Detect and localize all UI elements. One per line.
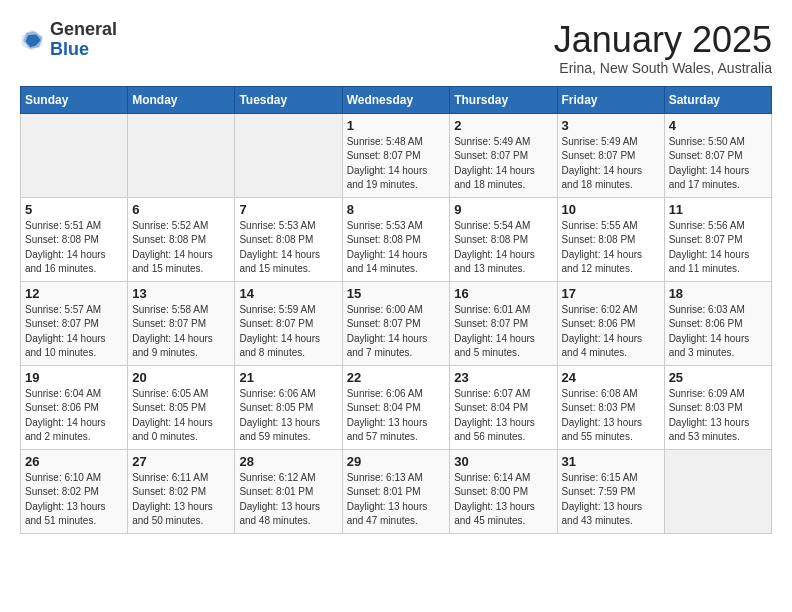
day-info: Sunrise: 5:53 AM Sunset: 8:08 PM Dayligh…	[347, 219, 446, 277]
calendar-body: 1Sunrise: 5:48 AM Sunset: 8:07 PM Daylig…	[21, 113, 772, 533]
day-info: Sunrise: 5:48 AM Sunset: 8:07 PM Dayligh…	[347, 135, 446, 193]
month-title: January 2025	[554, 20, 772, 60]
calendar-cell: 8Sunrise: 5:53 AM Sunset: 8:08 PM Daylig…	[342, 197, 450, 281]
day-number: 25	[669, 370, 767, 385]
header-saturday: Saturday	[664, 86, 771, 113]
calendar-cell: 6Sunrise: 5:52 AM Sunset: 8:08 PM Daylig…	[128, 197, 235, 281]
day-info: Sunrise: 6:12 AM Sunset: 8:01 PM Dayligh…	[239, 471, 337, 529]
day-number: 1	[347, 118, 446, 133]
day-number: 30	[454, 454, 552, 469]
day-number: 13	[132, 286, 230, 301]
day-number: 6	[132, 202, 230, 217]
calendar-week-row: 1Sunrise: 5:48 AM Sunset: 8:07 PM Daylig…	[21, 113, 772, 197]
day-number: 7	[239, 202, 337, 217]
day-number: 2	[454, 118, 552, 133]
day-info: Sunrise: 6:00 AM Sunset: 8:07 PM Dayligh…	[347, 303, 446, 361]
calendar-header: SundayMondayTuesdayWednesdayThursdayFrid…	[21, 86, 772, 113]
calendar-cell: 15Sunrise: 6:00 AM Sunset: 8:07 PM Dayli…	[342, 281, 450, 365]
calendar-cell: 4Sunrise: 5:50 AM Sunset: 8:07 PM Daylig…	[664, 113, 771, 197]
calendar-cell: 25Sunrise: 6:09 AM Sunset: 8:03 PM Dayli…	[664, 365, 771, 449]
day-info: Sunrise: 6:14 AM Sunset: 8:00 PM Dayligh…	[454, 471, 552, 529]
day-number: 16	[454, 286, 552, 301]
day-info: Sunrise: 6:06 AM Sunset: 8:04 PM Dayligh…	[347, 387, 446, 445]
day-info: Sunrise: 6:02 AM Sunset: 8:06 PM Dayligh…	[562, 303, 660, 361]
day-number: 22	[347, 370, 446, 385]
header-sunday: Sunday	[21, 86, 128, 113]
header-row: SundayMondayTuesdayWednesdayThursdayFrid…	[21, 86, 772, 113]
day-info: Sunrise: 5:51 AM Sunset: 8:08 PM Dayligh…	[25, 219, 123, 277]
calendar-week-row: 19Sunrise: 6:04 AM Sunset: 8:06 PM Dayli…	[21, 365, 772, 449]
day-info: Sunrise: 6:08 AM Sunset: 8:03 PM Dayligh…	[562, 387, 660, 445]
calendar-cell: 7Sunrise: 5:53 AM Sunset: 8:08 PM Daylig…	[235, 197, 342, 281]
day-info: Sunrise: 5:52 AM Sunset: 8:08 PM Dayligh…	[132, 219, 230, 277]
day-info: Sunrise: 5:55 AM Sunset: 8:08 PM Dayligh…	[562, 219, 660, 277]
day-number: 18	[669, 286, 767, 301]
calendar-cell: 1Sunrise: 5:48 AM Sunset: 8:07 PM Daylig…	[342, 113, 450, 197]
day-info: Sunrise: 6:01 AM Sunset: 8:07 PM Dayligh…	[454, 303, 552, 361]
title-area: January 2025 Erina, New South Wales, Aus…	[554, 20, 772, 76]
calendar-cell: 12Sunrise: 5:57 AM Sunset: 8:07 PM Dayli…	[21, 281, 128, 365]
day-number: 17	[562, 286, 660, 301]
calendar-cell: 23Sunrise: 6:07 AM Sunset: 8:04 PM Dayli…	[450, 365, 557, 449]
day-info: Sunrise: 6:13 AM Sunset: 8:01 PM Dayligh…	[347, 471, 446, 529]
day-number: 31	[562, 454, 660, 469]
calendar-cell: 21Sunrise: 6:06 AM Sunset: 8:05 PM Dayli…	[235, 365, 342, 449]
calendar-cell: 20Sunrise: 6:05 AM Sunset: 8:05 PM Dayli…	[128, 365, 235, 449]
calendar-cell: 29Sunrise: 6:13 AM Sunset: 8:01 PM Dayli…	[342, 449, 450, 533]
header-thursday: Thursday	[450, 86, 557, 113]
day-info: Sunrise: 6:04 AM Sunset: 8:06 PM Dayligh…	[25, 387, 123, 445]
header: General Blue January 2025 Erina, New Sou…	[20, 20, 772, 76]
day-info: Sunrise: 6:11 AM Sunset: 8:02 PM Dayligh…	[132, 471, 230, 529]
day-number: 21	[239, 370, 337, 385]
day-info: Sunrise: 6:09 AM Sunset: 8:03 PM Dayligh…	[669, 387, 767, 445]
calendar-cell: 9Sunrise: 5:54 AM Sunset: 8:08 PM Daylig…	[450, 197, 557, 281]
day-number: 9	[454, 202, 552, 217]
day-number: 14	[239, 286, 337, 301]
day-number: 26	[25, 454, 123, 469]
subtitle: Erina, New South Wales, Australia	[554, 60, 772, 76]
day-number: 4	[669, 118, 767, 133]
logo-icon	[20, 28, 44, 52]
day-number: 12	[25, 286, 123, 301]
day-number: 27	[132, 454, 230, 469]
day-number: 29	[347, 454, 446, 469]
day-number: 3	[562, 118, 660, 133]
calendar-cell: 2Sunrise: 5:49 AM Sunset: 8:07 PM Daylig…	[450, 113, 557, 197]
day-number: 11	[669, 202, 767, 217]
calendar-cell	[235, 113, 342, 197]
calendar-cell	[664, 449, 771, 533]
calendar-cell: 22Sunrise: 6:06 AM Sunset: 8:04 PM Dayli…	[342, 365, 450, 449]
day-number: 5	[25, 202, 123, 217]
header-monday: Monday	[128, 86, 235, 113]
day-info: Sunrise: 5:53 AM Sunset: 8:08 PM Dayligh…	[239, 219, 337, 277]
calendar-cell: 24Sunrise: 6:08 AM Sunset: 8:03 PM Dayli…	[557, 365, 664, 449]
day-info: Sunrise: 5:59 AM Sunset: 8:07 PM Dayligh…	[239, 303, 337, 361]
day-info: Sunrise: 6:07 AM Sunset: 8:04 PM Dayligh…	[454, 387, 552, 445]
calendar-cell: 5Sunrise: 5:51 AM Sunset: 8:08 PM Daylig…	[21, 197, 128, 281]
day-number: 15	[347, 286, 446, 301]
calendar-table: SundayMondayTuesdayWednesdayThursdayFrid…	[20, 86, 772, 534]
day-info: Sunrise: 5:57 AM Sunset: 8:07 PM Dayligh…	[25, 303, 123, 361]
logo-general-text: General	[50, 19, 117, 39]
day-info: Sunrise: 6:15 AM Sunset: 7:59 PM Dayligh…	[562, 471, 660, 529]
calendar-cell: 28Sunrise: 6:12 AM Sunset: 8:01 PM Dayli…	[235, 449, 342, 533]
calendar-cell: 17Sunrise: 6:02 AM Sunset: 8:06 PM Dayli…	[557, 281, 664, 365]
calendar-cell: 11Sunrise: 5:56 AM Sunset: 8:07 PM Dayli…	[664, 197, 771, 281]
calendar-cell	[128, 113, 235, 197]
calendar-week-row: 26Sunrise: 6:10 AM Sunset: 8:02 PM Dayli…	[21, 449, 772, 533]
day-info: Sunrise: 6:06 AM Sunset: 8:05 PM Dayligh…	[239, 387, 337, 445]
calendar-cell: 16Sunrise: 6:01 AM Sunset: 8:07 PM Dayli…	[450, 281, 557, 365]
day-number: 10	[562, 202, 660, 217]
day-number: 8	[347, 202, 446, 217]
day-number: 20	[132, 370, 230, 385]
header-friday: Friday	[557, 86, 664, 113]
day-info: Sunrise: 6:03 AM Sunset: 8:06 PM Dayligh…	[669, 303, 767, 361]
day-info: Sunrise: 6:10 AM Sunset: 8:02 PM Dayligh…	[25, 471, 123, 529]
calendar-cell	[21, 113, 128, 197]
logo: General Blue	[20, 20, 117, 60]
day-info: Sunrise: 5:49 AM Sunset: 8:07 PM Dayligh…	[454, 135, 552, 193]
calendar-cell: 31Sunrise: 6:15 AM Sunset: 7:59 PM Dayli…	[557, 449, 664, 533]
calendar-cell: 27Sunrise: 6:11 AM Sunset: 8:02 PM Dayli…	[128, 449, 235, 533]
header-wednesday: Wednesday	[342, 86, 450, 113]
calendar-week-row: 5Sunrise: 5:51 AM Sunset: 8:08 PM Daylig…	[21, 197, 772, 281]
